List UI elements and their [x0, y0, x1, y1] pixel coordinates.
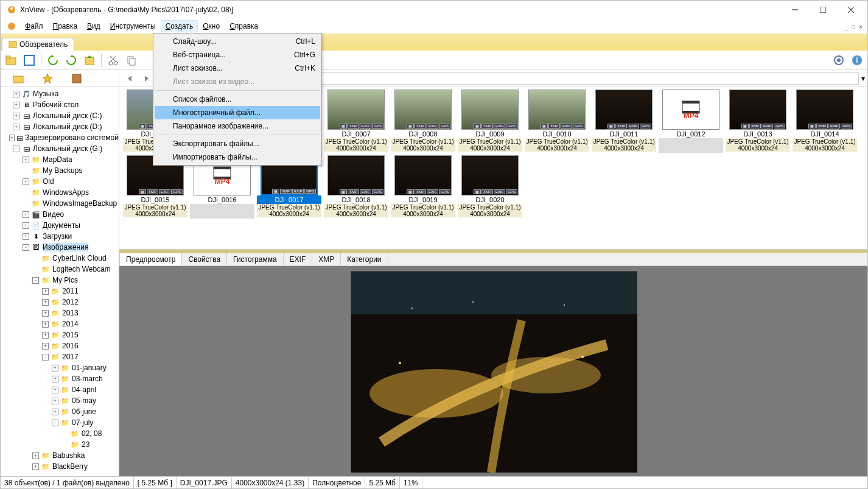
- tree-node[interactable]: 📁WindowsImageBackup: [1, 198, 119, 209]
- expand-icon[interactable]: +: [23, 157, 29, 163]
- close-button[interactable]: [837, 1, 865, 19]
- thumbnail[interactable]: ▦XMPEXIFGPSDJI_0019JPEG TrueColor (v1.1)…: [391, 155, 455, 219]
- preview-tab[interactable]: XMP: [312, 253, 341, 266]
- tree-node[interactable]: +📁04-april: [1, 384, 119, 395]
- thumbnail[interactable]: ▦XMPEXIFGPSDJI_0009JPEG TrueColor (v1.1)…: [458, 90, 522, 153]
- thumbnail[interactable]: ▦XMPEXIFGPSDJI_0011JPEG TrueColor (v1.1)…: [592, 90, 656, 153]
- expand-icon[interactable]: +: [42, 332, 49, 339]
- favorites-star-icon[interactable]: [42, 73, 53, 84]
- preview-area[interactable]: [119, 266, 867, 476]
- tree-node[interactable]: +📁2014: [1, 318, 119, 329]
- mdi-restore-icon[interactable]: ❐: [852, 23, 855, 30]
- thumbnail[interactable]: ▦XMPEXIFGPSDJI_0018JPEG TrueColor (v1.1)…: [324, 155, 388, 219]
- expand-icon[interactable]: +: [42, 343, 49, 350]
- tree-node[interactable]: 📁WindowsApps: [1, 187, 119, 198]
- expand-icon[interactable]: +: [32, 463, 39, 470]
- expand-icon[interactable]: +: [52, 387, 58, 393]
- tree-node[interactable]: -📁07-july: [1, 417, 119, 428]
- tree-node[interactable]: 📁CyberLink Cloud: [1, 253, 119, 264]
- menu-item[interactable]: Экспортировать файлы...: [155, 137, 320, 150]
- tree-node[interactable]: +📁2015: [1, 329, 119, 340]
- menu-вид[interactable]: Вид: [82, 20, 105, 32]
- tree-node[interactable]: +🖴Локальный диск (D:): [1, 121, 119, 132]
- tree-node[interactable]: +📁2012: [1, 297, 119, 308]
- tree-node[interactable]: +📁01-january: [1, 362, 119, 373]
- menu-файл[interactable]: Файл: [20, 20, 48, 32]
- thumbnail[interactable]: MP4DJI_0012: [659, 90, 723, 153]
- cut-button[interactable]: [105, 52, 121, 68]
- expand-icon[interactable]: +: [42, 310, 49, 317]
- menu-item[interactable]: Лист эскизов...Ctrl+K: [155, 62, 320, 75]
- expand-icon[interactable]: -: [52, 420, 58, 426]
- menu-item[interactable]: Панорамное изображение...: [155, 119, 320, 133]
- expand-icon[interactable]: +: [52, 376, 58, 382]
- preview-tab[interactable]: Гистограмма: [226, 253, 283, 266]
- thumbnail[interactable]: ▦XMPEXIFGPSDJI_0014JPEG TrueColor (v1.1)…: [793, 90, 857, 153]
- favorites-folder-icon[interactable]: [13, 73, 24, 84]
- tree-node[interactable]: +📁05-may: [1, 395, 119, 406]
- expand-icon[interactable]: +: [13, 124, 19, 130]
- expand-icon[interactable]: -: [23, 244, 29, 251]
- expand-icon[interactable]: -: [13, 146, 19, 152]
- menu-инструменты[interactable]: Инструменты: [105, 20, 161, 32]
- categories-icon[interactable]: [71, 73, 82, 84]
- tree-node[interactable]: +📁2011: [1, 286, 119, 297]
- tree-node[interactable]: -📁2017: [1, 351, 119, 362]
- tree-node[interactable]: +📁Babushka: [1, 450, 119, 461]
- expand-icon[interactable]: +: [42, 299, 49, 306]
- preview-tab[interactable]: Свойства: [181, 253, 227, 266]
- tree-node[interactable]: +📁Old: [1, 176, 119, 187]
- expand-icon[interactable]: +: [52, 398, 58, 404]
- tree-node[interactable]: +📁2016: [1, 340, 119, 351]
- tree-node[interactable]: 📁23: [1, 439, 119, 450]
- expand-icon[interactable]: +: [52, 409, 58, 415]
- expand-icon[interactable]: +: [52, 365, 58, 371]
- tree-node[interactable]: -🖴Локальный диск (G:): [1, 143, 119, 154]
- preview-tab[interactable]: Предпросмотр: [119, 253, 182, 266]
- menu-item[interactable]: Слайд-шоу...Ctrl+L: [155, 35, 320, 48]
- open-button[interactable]: [3, 52, 19, 68]
- expand-icon[interactable]: +: [23, 178, 29, 185]
- thumbnail[interactable]: ▦XMPEXIFGPSDJI_0010JPEG TrueColor (v1.1)…: [525, 90, 589, 153]
- folder-tree[interactable]: +🎵Музыка+🖥Рабочий стол+🖴Локальный диск (…: [1, 87, 119, 476]
- menu-окно[interactable]: Окно: [198, 20, 225, 32]
- minimize-button[interactable]: [781, 1, 809, 19]
- menu-правка[interactable]: Правка: [48, 20, 83, 32]
- info-button[interactable]: i: [849, 52, 865, 68]
- menu-item[interactable]: Список файлов...: [155, 93, 320, 106]
- thumbnail[interactable]: ▦XMPEXIFGPSDJI_0007JPEG TrueColor (v1.1)…: [324, 90, 388, 153]
- thumbnail[interactable]: ▦XMPEXIFGPSDJI_0020JPEG TrueColor (v1.1)…: [458, 155, 522, 219]
- settings-button[interactable]: [831, 52, 847, 68]
- tree-node[interactable]: +📁03-march: [1, 373, 119, 384]
- expand-icon[interactable]: +: [13, 113, 19, 119]
- expand-icon[interactable]: -: [42, 354, 49, 361]
- rotate-left-button[interactable]: [45, 52, 61, 68]
- thumbnail[interactable]: ▦XMPEXIFGPSDJI_0013JPEG TrueColor (v1.1)…: [726, 90, 790, 153]
- menu-создать[interactable]: Создать: [161, 20, 198, 32]
- thumbnail[interactable]: ▦XMPEXIFGPSDJI_0008JPEG TrueColor (v1.1)…: [391, 90, 455, 153]
- tree-node[interactable]: +📁2013: [1, 308, 119, 318]
- preview-tab[interactable]: EXIF: [283, 253, 313, 266]
- tree-node[interactable]: +📁06-june: [1, 406, 119, 417]
- tree-node[interactable]: +⬇Загрузки: [1, 231, 119, 242]
- tree-node[interactable]: -📁My Pics: [1, 275, 119, 286]
- tree-node[interactable]: 📁My Backups: [1, 165, 119, 176]
- maximize-button[interactable]: [809, 1, 837, 19]
- convert-button[interactable]: [82, 52, 97, 68]
- mdi-close-icon[interactable]: ✕: [859, 23, 863, 30]
- tree-node[interactable]: +📁MapData: [1, 154, 119, 165]
- expand-icon[interactable]: +: [42, 288, 49, 295]
- expand-icon[interactable]: +: [23, 211, 29, 218]
- menu-справка[interactable]: Справка: [225, 20, 263, 32]
- tree-node[interactable]: +🖥Рабочий стол: [1, 99, 119, 110]
- expand-icon[interactable]: +: [23, 222, 29, 229]
- tree-node[interactable]: +📁BlackBerry: [1, 461, 119, 472]
- expand-icon[interactable]: -: [32, 277, 39, 284]
- preview-tab[interactable]: Категории: [340, 253, 388, 266]
- tree-node[interactable]: -🖼Изображения: [1, 242, 119, 253]
- expand-icon[interactable]: +: [32, 452, 39, 459]
- menu-item[interactable]: Многостраничный файл...: [155, 106, 320, 119]
- menu-item[interactable]: Импортировать файлы...: [155, 150, 320, 164]
- expand-icon[interactable]: +: [13, 102, 19, 108]
- tab-browser[interactable]: Обозреватель: [2, 38, 74, 51]
